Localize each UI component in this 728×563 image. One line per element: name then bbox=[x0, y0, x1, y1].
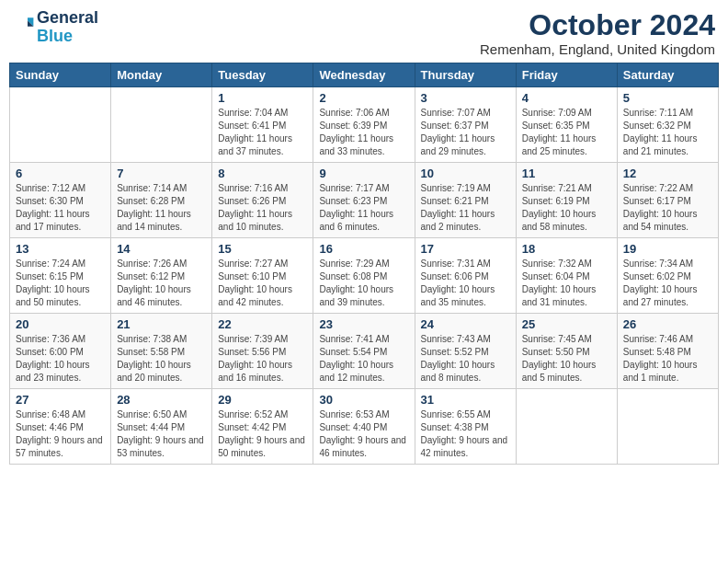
cell-date-number: 18 bbox=[522, 242, 611, 256]
calendar-cell: 21Sunrise: 7:38 AMSunset: 5:58 PMDayligh… bbox=[111, 314, 212, 389]
calendar-cell: 18Sunrise: 7:32 AMSunset: 6:04 PMDayligh… bbox=[516, 238, 617, 314]
cell-date-number: 31 bbox=[421, 393, 510, 407]
cell-date-number: 20 bbox=[16, 317, 105, 331]
calendar-cell: 5Sunrise: 7:11 AMSunset: 6:32 PMDaylight… bbox=[617, 87, 718, 163]
cell-date-number: 22 bbox=[218, 317, 307, 331]
calendar-week-row: 6Sunrise: 7:12 AMSunset: 6:30 PMDaylight… bbox=[10, 163, 719, 238]
calendar-cell: 12Sunrise: 7:22 AMSunset: 6:17 PMDayligh… bbox=[617, 163, 718, 238]
cell-info-text: Sunrise: 7:34 AMSunset: 6:02 PMDaylight:… bbox=[623, 258, 712, 309]
cell-info-text: Sunrise: 7:43 AMSunset: 5:52 PMDaylight:… bbox=[421, 333, 510, 385]
calendar-cell: 15Sunrise: 7:27 AMSunset: 6:10 PMDayligh… bbox=[212, 238, 313, 314]
cell-date-number: 5 bbox=[623, 91, 712, 105]
cell-info-text: Sunrise: 7:21 AMSunset: 6:19 PMDaylight:… bbox=[522, 182, 611, 234]
calendar-cell: 22Sunrise: 7:39 AMSunset: 5:56 PMDayligh… bbox=[212, 314, 313, 389]
cell-date-number: 9 bbox=[319, 167, 408, 180]
cell-info-text: Sunrise: 7:26 AMSunset: 6:12 PMDaylight:… bbox=[117, 258, 206, 309]
cell-date-number: 4 bbox=[522, 91, 611, 105]
cell-date-number: 1 bbox=[218, 91, 307, 105]
calendar-cell bbox=[617, 389, 718, 465]
weekday-header-wednesday: Wednesday bbox=[313, 63, 415, 87]
cell-date-number: 25 bbox=[522, 317, 611, 331]
cell-date-number: 2 bbox=[319, 91, 408, 105]
cell-date-number: 12 bbox=[623, 167, 712, 180]
calendar-cell: 6Sunrise: 7:12 AMSunset: 6:30 PMDaylight… bbox=[10, 163, 111, 238]
cell-date-number: 28 bbox=[117, 393, 206, 407]
cell-date-number: 27 bbox=[16, 393, 105, 407]
calendar-cell: 14Sunrise: 7:26 AMSunset: 6:12 PMDayligh… bbox=[111, 238, 212, 314]
cell-info-text: Sunrise: 7:14 AMSunset: 6:28 PMDaylight:… bbox=[117, 182, 206, 234]
cell-info-text: Sunrise: 7:16 AMSunset: 6:26 PMDaylight:… bbox=[218, 182, 307, 234]
calendar-week-row: 1Sunrise: 7:04 AMSunset: 6:41 PMDaylight… bbox=[10, 87, 719, 163]
calendar-cell: 30Sunrise: 6:53 AMSunset: 4:40 PMDayligh… bbox=[313, 389, 415, 465]
weekday-header-friday: Friday bbox=[516, 63, 617, 87]
cell-date-number: 19 bbox=[623, 242, 712, 256]
calendar-cell: 26Sunrise: 7:46 AMSunset: 5:48 PMDayligh… bbox=[617, 314, 718, 389]
cell-info-text: Sunrise: 7:29 AMSunset: 6:08 PMDaylight:… bbox=[319, 258, 408, 309]
weekday-header-monday: Monday bbox=[111, 63, 212, 87]
cell-info-text: Sunrise: 7:41 AMSunset: 5:54 PMDaylight:… bbox=[319, 333, 408, 385]
cell-info-text: Sunrise: 7:06 AMSunset: 6:39 PMDaylight:… bbox=[319, 107, 408, 158]
page-header: General Blue October 2024 Remenham, Engl… bbox=[9, 9, 719, 57]
cell-info-text: Sunrise: 7:04 AMSunset: 6:41 PMDaylight:… bbox=[218, 107, 307, 158]
calendar-table: SundayMondayTuesdayWednesdayThursdayFrid… bbox=[9, 63, 719, 465]
calendar-cell: 27Sunrise: 6:48 AMSunset: 4:46 PMDayligh… bbox=[10, 389, 111, 465]
cell-info-text: Sunrise: 6:55 AMSunset: 4:38 PMDaylight:… bbox=[421, 408, 510, 460]
title-block: October 2024 Remenham, England, United K… bbox=[480, 9, 715, 57]
cell-date-number: 3 bbox=[421, 91, 510, 105]
calendar-week-row: 13Sunrise: 7:24 AMSunset: 6:15 PMDayligh… bbox=[10, 238, 719, 314]
logo: General Blue bbox=[13, 9, 98, 46]
calendar-cell: 10Sunrise: 7:19 AMSunset: 6:21 PMDayligh… bbox=[415, 163, 516, 238]
calendar-cell: 23Sunrise: 7:41 AMSunset: 5:54 PMDayligh… bbox=[313, 314, 415, 389]
cell-info-text: Sunrise: 7:38 AMSunset: 5:58 PMDaylight:… bbox=[117, 333, 206, 385]
calendar-cell: 20Sunrise: 7:36 AMSunset: 6:00 PMDayligh… bbox=[10, 314, 111, 389]
cell-date-number: 13 bbox=[16, 242, 105, 256]
calendar-cell: 4Sunrise: 7:09 AMSunset: 6:35 PMDaylight… bbox=[516, 87, 617, 163]
calendar-cell bbox=[10, 87, 111, 163]
cell-info-text: Sunrise: 7:22 AMSunset: 6:17 PMDaylight:… bbox=[623, 182, 712, 234]
cell-info-text: Sunrise: 7:11 AMSunset: 6:32 PMDaylight:… bbox=[623, 107, 712, 158]
weekday-header-row: SundayMondayTuesdayWednesdayThursdayFrid… bbox=[10, 63, 719, 87]
calendar-cell: 17Sunrise: 7:31 AMSunset: 6:06 PMDayligh… bbox=[415, 238, 516, 314]
cell-info-text: Sunrise: 7:19 AMSunset: 6:21 PMDaylight:… bbox=[421, 182, 510, 234]
cell-info-text: Sunrise: 7:09 AMSunset: 6:35 PMDaylight:… bbox=[522, 107, 611, 158]
calendar-week-row: 27Sunrise: 6:48 AMSunset: 4:46 PMDayligh… bbox=[10, 389, 719, 465]
cell-date-number: 30 bbox=[319, 393, 408, 407]
calendar-cell: 3Sunrise: 7:07 AMSunset: 6:37 PMDaylight… bbox=[415, 87, 516, 163]
cell-info-text: Sunrise: 7:07 AMSunset: 6:37 PMDaylight:… bbox=[421, 107, 510, 158]
calendar-cell: 25Sunrise: 7:45 AMSunset: 5:50 PMDayligh… bbox=[516, 314, 617, 389]
cell-date-number: 7 bbox=[117, 167, 206, 180]
location-subtitle: Remenham, England, United Kingdom bbox=[480, 41, 715, 57]
cell-info-text: Sunrise: 7:46 AMSunset: 5:48 PMDaylight:… bbox=[623, 333, 712, 385]
calendar-cell bbox=[111, 87, 212, 163]
cell-date-number: 15 bbox=[218, 242, 307, 256]
calendar-cell: 1Sunrise: 7:04 AMSunset: 6:41 PMDaylight… bbox=[212, 87, 313, 163]
cell-info-text: Sunrise: 7:27 AMSunset: 6:10 PMDaylight:… bbox=[218, 258, 307, 309]
cell-date-number: 23 bbox=[319, 317, 408, 331]
logo-icon bbox=[13, 15, 35, 37]
cell-date-number: 16 bbox=[319, 242, 408, 256]
cell-date-number: 8 bbox=[218, 167, 307, 180]
calendar-cell: 8Sunrise: 7:16 AMSunset: 6:26 PMDaylight… bbox=[212, 163, 313, 238]
calendar-cell: 13Sunrise: 7:24 AMSunset: 6:15 PMDayligh… bbox=[10, 238, 111, 314]
cell-info-text: Sunrise: 6:48 AMSunset: 4:46 PMDaylight:… bbox=[16, 408, 105, 460]
cell-date-number: 17 bbox=[421, 242, 510, 256]
logo-text: General Blue bbox=[37, 9, 98, 46]
cell-date-number: 10 bbox=[421, 167, 510, 180]
cell-info-text: Sunrise: 7:45 AMSunset: 5:50 PMDaylight:… bbox=[522, 333, 611, 385]
cell-date-number: 29 bbox=[218, 393, 307, 407]
calendar-cell: 31Sunrise: 6:55 AMSunset: 4:38 PMDayligh… bbox=[415, 389, 516, 465]
cell-info-text: Sunrise: 7:17 AMSunset: 6:23 PMDaylight:… bbox=[319, 182, 408, 234]
calendar-cell bbox=[516, 389, 617, 465]
calendar-cell: 28Sunrise: 6:50 AMSunset: 4:44 PMDayligh… bbox=[111, 389, 212, 465]
weekday-header-thursday: Thursday bbox=[415, 63, 516, 87]
calendar-cell: 16Sunrise: 7:29 AMSunset: 6:08 PMDayligh… bbox=[313, 238, 415, 314]
calendar-cell: 29Sunrise: 6:52 AMSunset: 4:42 PMDayligh… bbox=[212, 389, 313, 465]
cell-date-number: 21 bbox=[117, 317, 206, 331]
weekday-header-sunday: Sunday bbox=[10, 63, 111, 87]
calendar-cell: 7Sunrise: 7:14 AMSunset: 6:28 PMDaylight… bbox=[111, 163, 212, 238]
calendar-cell: 24Sunrise: 7:43 AMSunset: 5:52 PMDayligh… bbox=[415, 314, 516, 389]
cell-info-text: Sunrise: 7:32 AMSunset: 6:04 PMDaylight:… bbox=[522, 258, 611, 309]
cell-info-text: Sunrise: 6:50 AMSunset: 4:44 PMDaylight:… bbox=[117, 408, 206, 460]
calendar-cell: 2Sunrise: 7:06 AMSunset: 6:39 PMDaylight… bbox=[313, 87, 415, 163]
weekday-header-tuesday: Tuesday bbox=[212, 63, 313, 87]
